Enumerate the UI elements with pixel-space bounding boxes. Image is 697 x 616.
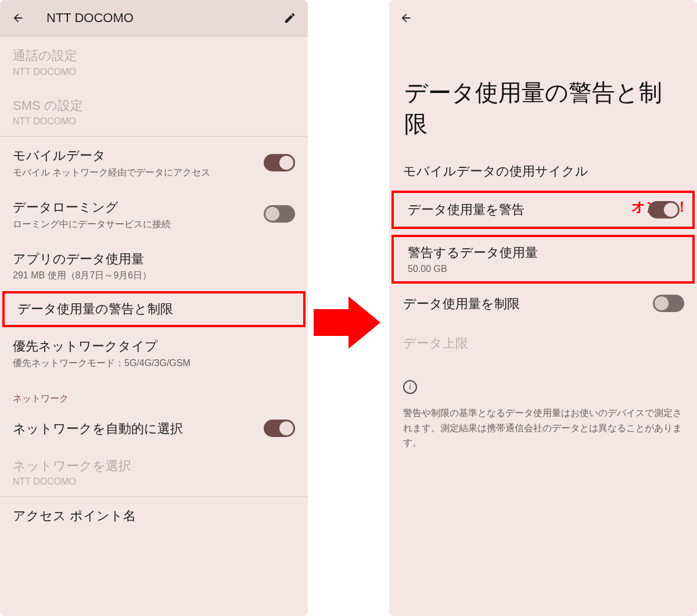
item-title: データローミング xyxy=(13,199,295,216)
item-sub: モバイル ネットワーク経由でデータにアクセス xyxy=(13,167,295,179)
item-title: モバイルデータ xyxy=(13,147,295,164)
auto-select-network-item[interactable]: ネットワークを自動的に選択 xyxy=(0,410,308,447)
highlight-warn-amount: 警告するデータ使用量 50.00 GB xyxy=(391,235,695,284)
data-roaming-item[interactable]: データローミング ローミング中にデータサービスに接続 xyxy=(0,188,308,240)
sms-settings-item[interactable]: SMS の設定 NTT DOCOMO xyxy=(0,87,308,137)
usage-cycle-item[interactable]: モバイルデータの使用サイクル xyxy=(389,151,697,191)
data-warning-limit-item[interactable]: データ使用量の警告と制限 xyxy=(5,293,303,325)
apn-item[interactable]: アクセス ポイント名 xyxy=(0,497,308,534)
info-text: 警告や制限の基準となるデータ使用量はお使いのデバイスで測定されます。測定結果は携… xyxy=(403,406,683,450)
limit-usage-toggle[interactable] xyxy=(653,295,684,312)
item-sub: 291 MB 使用（8月7日～9月6日） xyxy=(13,270,295,282)
right-header xyxy=(389,0,697,36)
item-title: アクセス ポイント名 xyxy=(13,507,295,525)
item-sub: NTT DOCOMO xyxy=(13,116,295,127)
mobile-data-toggle[interactable] xyxy=(264,154,295,171)
call-settings-item[interactable]: 通話の設定 NTT DOCOMO xyxy=(0,37,308,87)
item-title: モバイルデータの使用サイクル xyxy=(403,163,683,180)
right-page-title-block: データ使用量の警告と制限 xyxy=(389,36,697,151)
app-data-usage-item[interactable]: アプリのデータ使用量 291 MB 使用（8月7日～9月6日） xyxy=(0,240,308,292)
data-cap-item: データ上限 xyxy=(389,323,697,363)
item-title: アプリのデータ使用量 xyxy=(13,250,295,268)
back-icon[interactable] xyxy=(10,10,26,26)
item-title: データ使用量を制限 xyxy=(403,295,683,313)
item-title: ネットワークを選択 xyxy=(13,457,295,475)
arrow-right-icon xyxy=(314,296,383,349)
select-network-item[interactable]: ネットワークを選択 NTT DOCOMO xyxy=(0,447,308,497)
preferred-network-type-item[interactable]: 優先ネットワークタイプ 優先ネットワークモード：5G/4G/3G/GSM xyxy=(0,327,308,379)
item-title: ネットワークを自動的に選択 xyxy=(13,420,295,438)
item-sub: 50.00 GB xyxy=(408,264,678,274)
right-screen: データ使用量の警告と制限 モバイルデータの使用サイクル オンに！ データ使用量を… xyxy=(389,0,697,616)
item-sub: NTT DOCOMO xyxy=(13,67,295,77)
info-block: i 警告や制限の基準となるデータ使用量はお使いのデバイスで測定されます。測定結果… xyxy=(389,363,697,459)
info-icon: i xyxy=(403,380,417,394)
left-screen: NTT DOCOMO 通話の設定 NTT DOCOMO SMS の設定 NTT … xyxy=(0,0,308,616)
limit-usage-item[interactable]: データ使用量を制限 xyxy=(389,284,697,323)
network-category-label: ネットワーク xyxy=(0,379,308,410)
transition-arrow-zone xyxy=(308,0,389,616)
auto-select-network-toggle[interactable] xyxy=(264,420,295,437)
mobile-data-item[interactable]: モバイルデータ モバイル ネットワーク経由でデータにアクセス xyxy=(0,137,308,188)
highlight-warn-usage: データ使用量を警告 xyxy=(391,191,695,229)
warn-usage-item[interactable]: データ使用量を警告 xyxy=(394,193,692,227)
edit-icon[interactable] xyxy=(282,10,297,26)
item-title: データ使用量の警告と制限 xyxy=(17,300,290,318)
warn-usage-toggle[interactable] xyxy=(648,201,680,219)
item-sub: NTT DOCOMO xyxy=(13,477,295,487)
item-title: データ上限 xyxy=(403,335,683,352)
item-sub: 優先ネットワークモード：5G/4G/3G/GSM xyxy=(13,357,295,370)
item-title: 警告するデータ使用量 xyxy=(408,244,678,262)
item-sub: ローミング中にデータサービスに接続 xyxy=(13,219,295,231)
data-roaming-toggle[interactable] xyxy=(264,205,295,223)
right-page-title: データ使用量の警告と制限 xyxy=(404,77,682,139)
back-icon[interactable] xyxy=(400,12,412,24)
highlight-data-warning-limit: データ使用量の警告と制限 xyxy=(2,291,306,327)
left-header-title: NTT DOCOMO xyxy=(46,10,282,26)
left-header: NTT DOCOMO xyxy=(0,0,308,36)
item-title: データ使用量を警告 xyxy=(408,201,678,219)
item-title: 通話の設定 xyxy=(13,47,295,65)
warn-amount-item[interactable]: 警告するデータ使用量 50.00 GB xyxy=(394,237,692,281)
item-title: 優先ネットワークタイプ xyxy=(13,338,295,355)
item-title: SMS の設定 xyxy=(13,97,295,114)
